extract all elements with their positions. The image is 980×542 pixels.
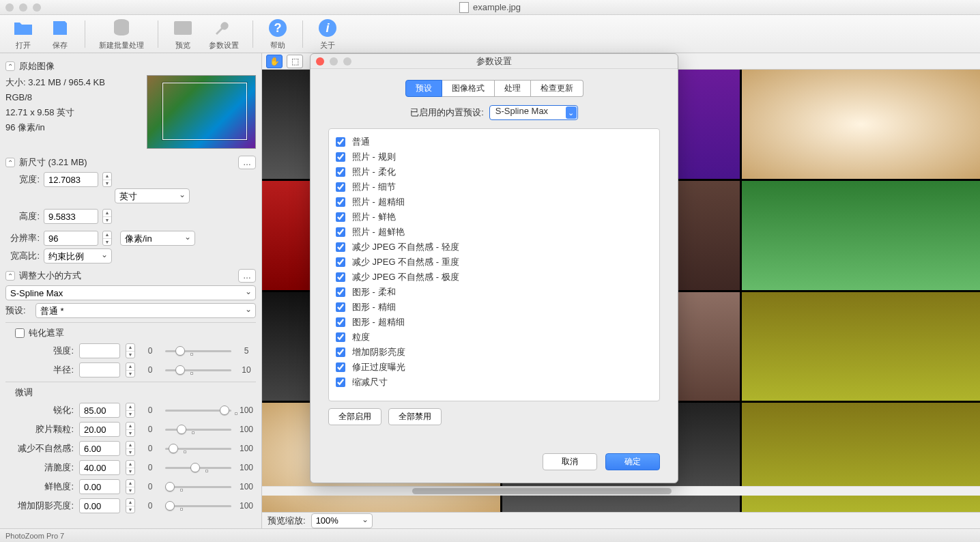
tab-update[interactable]: 检查更新 bbox=[531, 80, 583, 97]
grain-slider[interactable] bbox=[165, 424, 231, 435]
crisp-stepper[interactable]: ▲▼ bbox=[126, 460, 135, 475]
preset-item-checkbox[interactable] bbox=[336, 362, 345, 372]
unsharp-radius-input[interactable] bbox=[79, 362, 120, 377]
aspect-select[interactable]: 约束比例 bbox=[44, 248, 112, 263]
preset-select[interactable]: 普通 * bbox=[35, 303, 256, 318]
vivid-stepper[interactable]: ▲▼ bbox=[126, 479, 135, 494]
hand-tool-button[interactable]: ✋ bbox=[266, 55, 283, 68]
preset-item-label: 修正过度曝光 bbox=[352, 361, 405, 373]
resolution-input[interactable] bbox=[44, 231, 98, 246]
unsharp-mask-checkbox[interactable] bbox=[15, 328, 25, 338]
width-input[interactable] bbox=[44, 172, 98, 187]
crisp-input[interactable] bbox=[79, 460, 120, 475]
vivid-input[interactable] bbox=[79, 479, 120, 494]
unsharp-radius-stepper[interactable]: ▲▼ bbox=[126, 362, 135, 377]
sharpen-slider[interactable] bbox=[165, 405, 231, 416]
shadow-input[interactable] bbox=[79, 498, 120, 513]
preset-item-checkbox[interactable] bbox=[336, 257, 345, 267]
preset-item-checkbox[interactable] bbox=[336, 227, 345, 237]
shadow-stepper[interactable]: ▲▼ bbox=[126, 498, 135, 513]
collapse-original-icon[interactable]: ⌃ bbox=[5, 61, 15, 71]
tab-preset[interactable]: 预设 bbox=[405, 80, 442, 97]
window-controls[interactable] bbox=[5, 3, 41, 12]
horizontal-scrollbar[interactable] bbox=[262, 486, 980, 496]
unsharp-strength-slider[interactable] bbox=[165, 345, 231, 356]
preset-item-checkbox[interactable] bbox=[336, 317, 345, 327]
grain-stepper[interactable]: ▲▼ bbox=[126, 422, 135, 437]
unsharp-strength-stepper[interactable]: ▲▼ bbox=[126, 343, 135, 358]
width-label: 宽度: bbox=[5, 173, 40, 186]
unsharp-radius-slider[interactable] bbox=[165, 365, 231, 375]
preset-list: 普通照片 - 规则照片 - 柔化照片 - 细节照片 - 超精细照片 - 鲜艳照片… bbox=[328, 128, 660, 401]
collapse-newsize-icon[interactable]: ⌃ bbox=[5, 158, 15, 167]
close-window[interactable] bbox=[5, 3, 14, 12]
unsharp-strength-input[interactable] bbox=[79, 343, 120, 358]
preset-item-checkbox[interactable] bbox=[336, 137, 345, 147]
preset-item-checkbox[interactable] bbox=[336, 332, 345, 342]
window-titlebar: example.jpg bbox=[0, 0, 980, 15]
width-stepper[interactable]: ▲▼ bbox=[102, 172, 112, 187]
preset-item-checkbox[interactable] bbox=[336, 152, 345, 162]
about-button[interactable]: i 关于 bbox=[313, 16, 343, 52]
preset-item-checkbox[interactable] bbox=[336, 347, 345, 357]
crisp-slider[interactable] bbox=[165, 462, 231, 473]
original-thumbnail[interactable] bbox=[147, 75, 256, 149]
marquee-tool-button[interactable]: ⬚ bbox=[287, 55, 303, 68]
enable-all-button[interactable]: 全部启用 bbox=[328, 408, 381, 425]
preset-item-label: 减少 JPEG 不自然感 - 轻度 bbox=[352, 241, 459, 253]
new-batch-button[interactable]: 新建批量处理 bbox=[95, 16, 148, 52]
grain-input[interactable] bbox=[79, 422, 120, 437]
resize-method-select[interactable]: S-Spline Max bbox=[5, 285, 256, 300]
modal-close-button[interactable] bbox=[316, 57, 324, 66]
enabled-preset-select[interactable]: S-Spline Max bbox=[489, 105, 578, 120]
svg-rect-1 bbox=[174, 21, 192, 35]
artifact-input[interactable] bbox=[79, 441, 120, 456]
size-unit-select[interactable]: 英寸 bbox=[115, 188, 190, 203]
preset-item-checkbox[interactable] bbox=[336, 167, 345, 177]
preset-item-checkbox[interactable] bbox=[336, 212, 345, 222]
grain-label: 胶片颗粒: bbox=[5, 423, 74, 436]
modal-zoom-button bbox=[343, 57, 351, 66]
tab-process[interactable]: 处理 bbox=[495, 80, 531, 97]
tab-format[interactable]: 图像格式 bbox=[442, 80, 495, 97]
preset-item-checkbox[interactable] bbox=[336, 302, 345, 312]
disable-all-button[interactable]: 全部禁用 bbox=[388, 408, 442, 425]
preset-item-checkbox[interactable] bbox=[336, 377, 345, 387]
preset-item-label: 照片 - 规则 bbox=[352, 151, 396, 163]
resize-more-button[interactable]: … bbox=[238, 269, 256, 283]
help-button[interactable]: ? 帮助 bbox=[263, 16, 293, 52]
zoom-select[interactable]: 100% bbox=[311, 513, 373, 528]
sharpen-input[interactable] bbox=[79, 403, 120, 418]
resolution-unit-select[interactable]: 像素/in bbox=[120, 231, 195, 246]
preset-item-checkbox[interactable] bbox=[336, 197, 345, 207]
preset-item-checkbox[interactable] bbox=[336, 272, 345, 282]
sharpen-stepper[interactable]: ▲▼ bbox=[126, 403, 135, 418]
preset-item: 照片 - 鲜艳 bbox=[336, 210, 652, 225]
preset-item-label: 增加阴影亮度 bbox=[352, 346, 405, 358]
save-button[interactable]: 保存 bbox=[45, 16, 75, 52]
sharpen-label: 锐化: bbox=[5, 404, 74, 416]
preset-item-checkbox[interactable] bbox=[336, 182, 345, 192]
zoom-window[interactable] bbox=[33, 3, 41, 12]
original-header: 原始图像 bbox=[19, 60, 55, 72]
preset-item-checkbox[interactable] bbox=[336, 287, 345, 297]
resolution-stepper[interactable]: ▲▼ bbox=[102, 231, 112, 246]
preset-item-checkbox[interactable] bbox=[336, 242, 345, 252]
newsize-more-button[interactable]: … bbox=[238, 156, 256, 169]
minimize-window[interactable] bbox=[19, 3, 27, 12]
artifact-slider[interactable] bbox=[165, 443, 231, 454]
ok-button[interactable]: 确定 bbox=[605, 453, 660, 470]
open-button[interactable]: 打开 bbox=[8, 16, 38, 52]
preset-item: 图形 - 精细 bbox=[336, 300, 652, 315]
artifact-stepper[interactable]: ▲▼ bbox=[126, 441, 135, 456]
height-stepper[interactable]: ▲▼ bbox=[102, 209, 112, 224]
shadow-slider[interactable] bbox=[165, 500, 231, 511]
preferences-dialog: 参数设置 预设 图像格式 处理 检查更新 已启用的内置预设: S-Spline … bbox=[310, 53, 678, 483]
params-button[interactable]: 参数设置 bbox=[205, 16, 243, 52]
preview-button[interactable]: 预览 bbox=[168, 16, 198, 52]
cancel-button[interactable]: 取消 bbox=[543, 453, 597, 470]
collapse-resize-icon[interactable]: ⌃ bbox=[5, 271, 15, 281]
height-input[interactable] bbox=[44, 209, 98, 224]
preset-item-label: 减少 JPEG 不自然感 - 极度 bbox=[352, 271, 459, 283]
vivid-slider[interactable] bbox=[165, 481, 231, 492]
